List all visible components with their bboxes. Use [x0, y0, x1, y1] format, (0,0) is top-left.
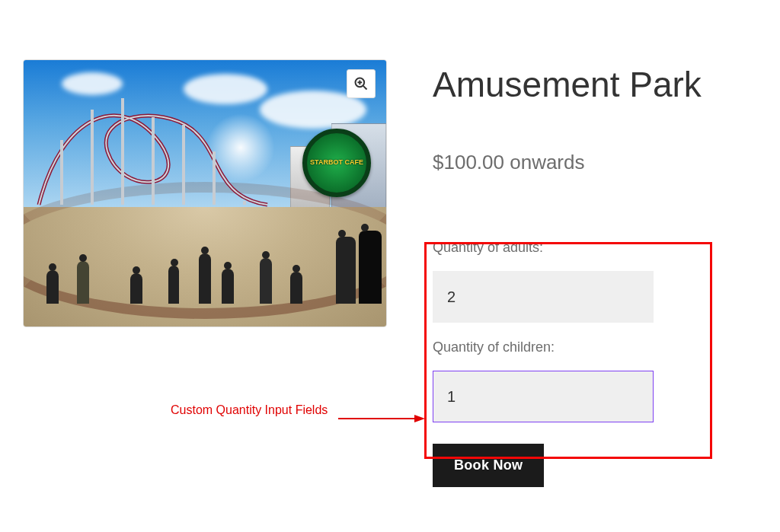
- children-input[interactable]: [433, 371, 654, 422]
- book-now-button[interactable]: Book Now: [433, 444, 544, 487]
- svg-line-8: [363, 86, 367, 90]
- image-illustration: STARBOT CAFE: [24, 60, 386, 327]
- children-label: Quantity of children:: [433, 339, 757, 355]
- magnifier-plus-icon: [353, 76, 369, 91]
- product-image[interactable]: STARBOT CAFE: [23, 59, 387, 327]
- product-price: $100.00 onwards: [433, 151, 757, 174]
- product-title: Amusement Park: [433, 64, 757, 105]
- adults-label: Quantity of adults:: [433, 240, 757, 256]
- annotation-label: Custom Quantity Input Fields: [171, 403, 328, 417]
- adults-input[interactable]: [433, 271, 654, 323]
- zoom-button[interactable]: [347, 69, 376, 98]
- park-sign: STARBOT CAFE: [302, 129, 371, 197]
